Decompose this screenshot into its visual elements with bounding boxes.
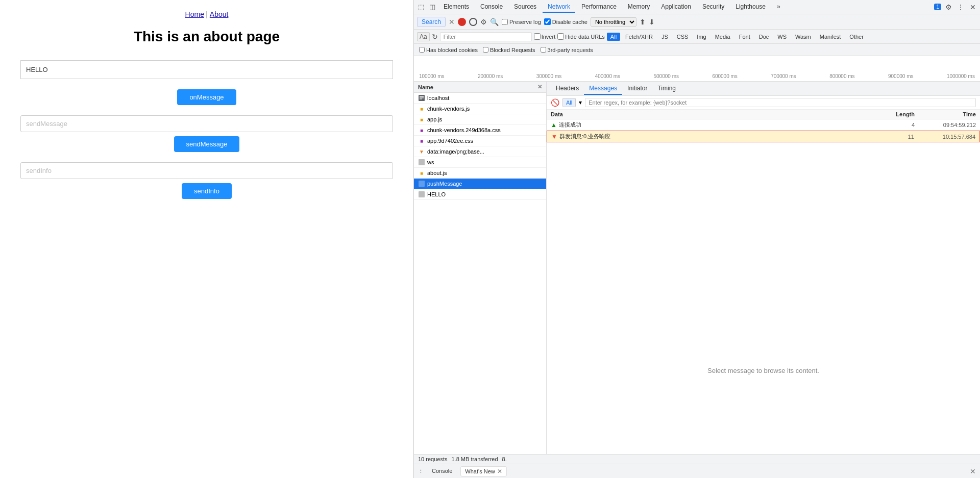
- message-row-0[interactable]: ▲ 连接成功 4 09:54:59.212: [547, 119, 980, 131]
- tab-application[interactable]: Application: [656, 2, 696, 13]
- hide-data-checkbox[interactable]: [557, 33, 564, 40]
- filter-tag-doc[interactable]: Doc: [755, 33, 773, 41]
- timeline-label-5: 600000 ms: [712, 73, 737, 79]
- messages-dropdown-icon[interactable]: ▾: [579, 99, 582, 106]
- svg-rect-2: [420, 98, 424, 98]
- filter-tag-fetchxhr[interactable]: Fetch/XHR: [622, 33, 656, 41]
- close-devtools-icon[interactable]: ✕: [968, 2, 978, 12]
- filter-tag-img[interactable]: Img: [693, 33, 709, 41]
- network-list-panel: Name ✕ localhost ■ chunk-vendors.js: [414, 82, 547, 454]
- notification-badge: 1: [934, 4, 941, 10]
- console-bar-close-icon[interactable]: ✕: [970, 467, 976, 475]
- settings-icon[interactable]: ⚙: [943, 2, 953, 12]
- export-har-icon[interactable]: ⬇: [649, 18, 655, 26]
- refresh-icon[interactable]: ↻: [432, 33, 438, 41]
- tab-performance[interactable]: Performance: [576, 2, 622, 13]
- blocked-requests-label: Blocked Requests: [483, 47, 535, 53]
- filter-tag-other[interactable]: Other: [846, 33, 867, 41]
- about-link[interactable]: About: [210, 10, 229, 18]
- tab-sources[interactable]: Sources: [509, 2, 542, 13]
- search-close-icon[interactable]: ✕: [449, 18, 455, 26]
- tab-security[interactable]: Security: [697, 2, 729, 13]
- message-row-1[interactable]: ▼ 群发消息:0,业务响应 11 10:15:57.684: [547, 131, 980, 142]
- list-item-hello[interactable]: HELLO: [414, 189, 546, 200]
- preserve-log-checkbox[interactable]: [502, 19, 508, 25]
- detail-tab-messages[interactable]: Messages: [584, 83, 622, 95]
- timeline-area: 100000 ms 200000 ms 300000 ms 400000 ms …: [414, 56, 980, 82]
- home-link[interactable]: Home: [185, 10, 204, 18]
- filter-tag-manifest[interactable]: Manifest: [816, 33, 845, 41]
- messages-filter-icon[interactable]: 🚫: [551, 98, 559, 107]
- filter-input[interactable]: [440, 32, 532, 41]
- console-tab[interactable]: Console: [428, 467, 456, 476]
- devtools-tab-bar: ⬚ ◫ Elements Console Sources Network Per…: [414, 0, 980, 14]
- detail-tab-headers[interactable]: Headers: [551, 83, 584, 95]
- timeline-label-7: 800000 ms: [829, 73, 854, 79]
- messages-filter-all[interactable]: All: [562, 98, 576, 107]
- list-item-push-message[interactable]: pushMessage: [414, 179, 546, 189]
- svg-rect-1: [420, 96, 424, 97]
- sendinfo-input-row: [20, 162, 393, 179]
- tab-more[interactable]: »: [772, 2, 786, 13]
- filter-toolbar: Aa ↻ Invert Hide data URLs All Fetch/XHR…: [414, 30, 980, 44]
- list-item-localhost[interactable]: localhost: [414, 93, 546, 104]
- has-blocked-checkbox[interactable]: [419, 47, 425, 53]
- filter-icon[interactable]: ⚙: [480, 18, 487, 26]
- list-item-about-js[interactable]: ■ about.js: [414, 168, 546, 179]
- messages-table: ▲ 连接成功 4 09:54:59.212 ▼ 群发消息:0,业务响应 11 1…: [547, 119, 980, 287]
- hide-data-text: Hide data URLs: [565, 34, 605, 40]
- close-name-col-icon[interactable]: ✕: [537, 84, 542, 90]
- invert-checkbox[interactable]: [534, 33, 541, 40]
- whatsnew-close-icon[interactable]: ✕: [497, 468, 502, 475]
- filter-tag-wasm[interactable]: Wasm: [792, 33, 815, 41]
- dt-dock-icon[interactable]: ◫: [427, 2, 437, 12]
- import-har-icon[interactable]: ⬆: [640, 18, 646, 26]
- list-item-chunk-vendors-css[interactable]: ■ chunk-vendors.249d368a.css: [414, 125, 546, 136]
- messages-toolbar: 🚫 All ▾: [547, 96, 980, 110]
- filter-tag-ws[interactable]: WS: [774, 33, 790, 41]
- search-input-icon[interactable]: 🔍: [490, 18, 499, 26]
- filter-tag-all[interactable]: All: [607, 33, 620, 41]
- list-item-ws[interactable]: ws: [414, 157, 546, 168]
- tab-console[interactable]: Console: [475, 2, 508, 13]
- pushmessage-icon: [418, 180, 425, 187]
- list-item-chunk-vendors-js[interactable]: ■ chunk-vendors.js: [414, 104, 546, 114]
- has-blocked-text: Has blocked cookies: [426, 47, 478, 53]
- onmessage-button[interactable]: onMessage: [177, 89, 236, 105]
- list-item-app-js[interactable]: ■ app.js: [414, 114, 546, 125]
- aa-button[interactable]: Aa: [417, 32, 430, 41]
- filter-tag-media[interactable]: Media: [712, 33, 734, 41]
- list-item-data-image[interactable]: ▼ data:image/png;base...: [414, 146, 546, 157]
- detail-tab-timing[interactable]: Timing: [652, 83, 681, 95]
- throttle-select-wrapper: No throttling: [591, 17, 636, 27]
- more-options-icon[interactable]: ⋮: [955, 2, 966, 12]
- sendmessage-input[interactable]: [20, 115, 393, 132]
- messages-search-input[interactable]: [585, 98, 976, 107]
- third-party-checkbox[interactable]: [541, 47, 546, 53]
- chunk-vendors-css-icon: ■: [418, 127, 425, 134]
- network-toolbar: Search ✕ ⚙ 🔍 Preserve log Disable cache …: [414, 14, 980, 30]
- dt-cursor-icon[interactable]: ⬚: [416, 2, 426, 12]
- filter-tag-font[interactable]: Font: [736, 33, 754, 41]
- detail-tab-initiator[interactable]: Initiator: [622, 83, 652, 95]
- sendinfo-input[interactable]: [20, 162, 393, 179]
- whatsnew-tab[interactable]: What's New ✕: [460, 466, 506, 476]
- console-bar-menu-icon[interactable]: ⋮: [418, 468, 424, 474]
- tab-memory[interactable]: Memory: [623, 2, 655, 13]
- disable-cache-checkbox[interactable]: [544, 18, 551, 25]
- stop-recording-button[interactable]: [469, 18, 477, 26]
- timeline-label-4: 500000 ms: [654, 73, 679, 79]
- sendmessage-button[interactable]: sendMessage: [174, 136, 240, 152]
- tab-elements[interactable]: Elements: [438, 2, 474, 13]
- search-button[interactable]: Search: [417, 17, 446, 27]
- filter-tag-css[interactable]: CSS: [673, 33, 692, 41]
- timeline-label-3: 400000 ms: [595, 73, 620, 79]
- throttle-select[interactable]: No throttling: [591, 17, 636, 27]
- blocked-requests-checkbox[interactable]: [483, 47, 488, 53]
- record-button[interactable]: [458, 18, 466, 26]
- tab-network[interactable]: Network: [543, 2, 575, 13]
- tab-lighthouse[interactable]: Lighthouse: [730, 2, 771, 13]
- filter-tag-js[interactable]: JS: [658, 33, 672, 41]
- sendinfo-button[interactable]: sendInfo: [182, 183, 232, 199]
- list-item-app-css[interactable]: ■ app.9d7402ee.css: [414, 136, 546, 146]
